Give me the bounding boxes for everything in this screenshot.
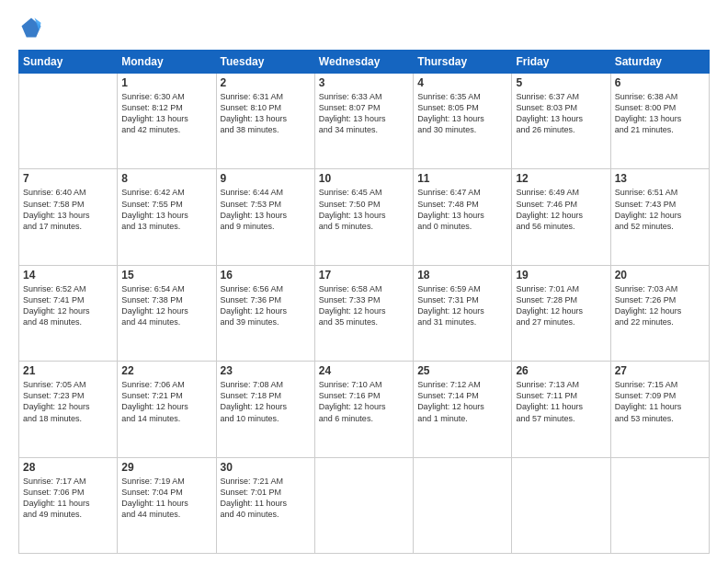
calendar-cell: 1Sunrise: 6:30 AM Sunset: 8:12 PM Daylig… [118, 74, 216, 169]
calendar-cell: 20Sunrise: 7:03 AM Sunset: 7:26 PM Dayli… [610, 265, 709, 361]
day-info: Sunrise: 7:01 AM Sunset: 7:28 PM Dayligh… [516, 283, 606, 328]
calendar-cell: 7Sunrise: 6:40 AM Sunset: 7:58 PM Daylig… [19, 169, 118, 265]
day-number: 7 [23, 172, 113, 185]
day-info: Sunrise: 7:21 AM Sunset: 7:01 PM Dayligh… [221, 476, 311, 521]
calendar-cell: 11Sunrise: 6:47 AM Sunset: 7:48 PM Dayli… [414, 169, 512, 265]
calendar-cell: 26Sunrise: 7:13 AM Sunset: 7:11 PM Dayli… [512, 362, 610, 457]
calendar-cell: 18Sunrise: 6:59 AM Sunset: 7:31 PM Dayli… [414, 265, 512, 361]
day-info: Sunrise: 6:35 AM Sunset: 8:05 PM Dayligh… [417, 91, 507, 136]
calendar-cell: 22Sunrise: 7:06 AM Sunset: 7:21 PM Dayli… [118, 362, 216, 457]
calendar-cell: 15Sunrise: 6:54 AM Sunset: 7:38 PM Dayli… [118, 265, 216, 361]
day-info: Sunrise: 6:38 AM Sunset: 8:00 PM Dayligh… [615, 91, 705, 136]
calendar-cell [610, 457, 709, 553]
calendar-cell: 10Sunrise: 6:45 AM Sunset: 7:50 PM Dayli… [314, 169, 413, 265]
day-info: Sunrise: 6:40 AM Sunset: 7:58 PM Dayligh… [23, 187, 113, 232]
calendar-cell: 30Sunrise: 7:21 AM Sunset: 7:01 PM Dayli… [216, 457, 314, 553]
col-header-monday: Monday [118, 51, 216, 74]
day-number: 5 [516, 76, 606, 89]
day-info: Sunrise: 6:30 AM Sunset: 8:12 PM Dayligh… [121, 91, 211, 136]
day-number: 12 [516, 172, 606, 185]
day-info: Sunrise: 7:08 AM Sunset: 7:18 PM Dayligh… [221, 379, 311, 424]
day-number: 13 [615, 172, 705, 185]
calendar-cell: 13Sunrise: 6:51 AM Sunset: 7:43 PM Dayli… [610, 169, 709, 265]
calendar-cell [314, 457, 413, 553]
calendar-cell: 17Sunrise: 6:58 AM Sunset: 7:33 PM Dayli… [314, 265, 413, 361]
calendar-table: SundayMondayTuesdayWednesdayThursdayFrid… [18, 50, 710, 554]
day-number: 9 [221, 172, 311, 185]
calendar-cell: 21Sunrise: 7:05 AM Sunset: 7:23 PM Dayli… [19, 362, 118, 457]
day-info: Sunrise: 7:19 AM Sunset: 7:04 PM Dayligh… [121, 476, 211, 521]
day-info: Sunrise: 6:58 AM Sunset: 7:33 PM Dayligh… [319, 283, 409, 328]
calendar-row-1: 1Sunrise: 6:30 AM Sunset: 8:12 PM Daylig… [19, 74, 710, 169]
day-info: Sunrise: 6:37 AM Sunset: 8:03 PM Dayligh… [516, 91, 606, 136]
day-number: 11 [417, 172, 507, 185]
col-header-thursday: Thursday [414, 51, 512, 74]
day-info: Sunrise: 6:31 AM Sunset: 8:10 PM Dayligh… [221, 91, 311, 136]
day-number: 22 [121, 364, 211, 377]
day-number: 6 [615, 76, 705, 89]
calendar-cell [414, 457, 512, 553]
calendar-row-2: 7Sunrise: 6:40 AM Sunset: 7:58 PM Daylig… [19, 169, 710, 265]
day-number: 29 [121, 461, 211, 474]
calendar-cell: 24Sunrise: 7:10 AM Sunset: 7:16 PM Dayli… [314, 362, 413, 457]
day-info: Sunrise: 7:15 AM Sunset: 7:09 PM Dayligh… [615, 379, 705, 424]
calendar-cell: 5Sunrise: 6:37 AM Sunset: 8:03 PM Daylig… [512, 74, 610, 169]
logo [18, 15, 48, 40]
day-number: 25 [417, 364, 507, 377]
day-number: 27 [615, 364, 705, 377]
day-info: Sunrise: 7:10 AM Sunset: 7:16 PM Dayligh… [319, 379, 409, 424]
day-info: Sunrise: 6:59 AM Sunset: 7:31 PM Dayligh… [417, 283, 507, 328]
calendar-cell: 25Sunrise: 7:12 AM Sunset: 7:14 PM Dayli… [414, 362, 512, 457]
day-number: 10 [319, 172, 409, 185]
calendar-cell: 8Sunrise: 6:42 AM Sunset: 7:55 PM Daylig… [118, 169, 216, 265]
day-number: 26 [516, 364, 606, 377]
day-info: Sunrise: 6:47 AM Sunset: 7:48 PM Dayligh… [417, 187, 507, 232]
day-info: Sunrise: 7:12 AM Sunset: 7:14 PM Dayligh… [417, 379, 507, 424]
day-number: 16 [221, 269, 311, 282]
calendar-cell [512, 457, 610, 553]
calendar-cell: 4Sunrise: 6:35 AM Sunset: 8:05 PM Daylig… [414, 74, 512, 169]
day-number: 30 [221, 461, 311, 474]
day-number: 23 [221, 364, 311, 377]
day-info: Sunrise: 6:56 AM Sunset: 7:36 PM Dayligh… [221, 283, 311, 328]
calendar-cell: 29Sunrise: 7:19 AM Sunset: 7:04 PM Dayli… [118, 457, 216, 553]
day-number: 20 [615, 269, 705, 282]
day-number: 14 [23, 269, 113, 282]
day-number: 3 [319, 76, 409, 89]
day-info: Sunrise: 7:13 AM Sunset: 7:11 PM Dayligh… [516, 379, 606, 424]
day-info: Sunrise: 7:06 AM Sunset: 7:21 PM Dayligh… [121, 379, 211, 424]
day-number: 21 [23, 364, 113, 377]
calendar-cell: 28Sunrise: 7:17 AM Sunset: 7:06 PM Dayli… [19, 457, 118, 553]
calendar-row-4: 21Sunrise: 7:05 AM Sunset: 7:23 PM Dayli… [19, 362, 710, 457]
col-header-friday: Friday [512, 51, 610, 74]
logo-icon [18, 15, 44, 40]
calendar-cell: 19Sunrise: 7:01 AM Sunset: 7:28 PM Dayli… [512, 265, 610, 361]
calendar-cell: 12Sunrise: 6:49 AM Sunset: 7:46 PM Dayli… [512, 169, 610, 265]
day-info: Sunrise: 6:54 AM Sunset: 7:38 PM Dayligh… [121, 283, 211, 328]
calendar-cell: 14Sunrise: 6:52 AM Sunset: 7:41 PM Dayli… [19, 265, 118, 361]
day-info: Sunrise: 6:33 AM Sunset: 8:07 PM Dayligh… [319, 91, 409, 136]
day-number: 24 [319, 364, 409, 377]
calendar-cell: 16Sunrise: 6:56 AM Sunset: 7:36 PM Dayli… [216, 265, 314, 361]
calendar-cell: 9Sunrise: 6:44 AM Sunset: 7:53 PM Daylig… [216, 169, 314, 265]
day-info: Sunrise: 6:44 AM Sunset: 7:53 PM Dayligh… [221, 187, 311, 232]
day-info: Sunrise: 7:03 AM Sunset: 7:26 PM Dayligh… [615, 283, 705, 328]
day-info: Sunrise: 6:52 AM Sunset: 7:41 PM Dayligh… [23, 283, 113, 328]
day-number: 4 [417, 76, 507, 89]
day-number: 1 [121, 76, 211, 89]
day-info: Sunrise: 6:42 AM Sunset: 7:55 PM Dayligh… [121, 187, 211, 232]
col-header-saturday: Saturday [610, 51, 709, 74]
calendar-cell: 6Sunrise: 6:38 AM Sunset: 8:00 PM Daylig… [610, 74, 709, 169]
day-number: 2 [221, 76, 311, 89]
calendar-cell: 23Sunrise: 7:08 AM Sunset: 7:18 PM Dayli… [216, 362, 314, 457]
calendar-cell: 27Sunrise: 7:15 AM Sunset: 7:09 PM Dayli… [610, 362, 709, 457]
day-info: Sunrise: 6:45 AM Sunset: 7:50 PM Dayligh… [319, 187, 409, 232]
day-number: 15 [121, 269, 211, 282]
day-number: 18 [417, 269, 507, 282]
page: SundayMondayTuesdayWednesdayThursdayFrid… [0, 0, 728, 563]
col-header-sunday: Sunday [19, 51, 118, 74]
calendar-cell: 3Sunrise: 6:33 AM Sunset: 8:07 PM Daylig… [314, 74, 413, 169]
day-number: 28 [23, 461, 113, 474]
day-info: Sunrise: 6:51 AM Sunset: 7:43 PM Dayligh… [615, 187, 705, 232]
day-info: Sunrise: 6:49 AM Sunset: 7:46 PM Dayligh… [516, 187, 606, 232]
